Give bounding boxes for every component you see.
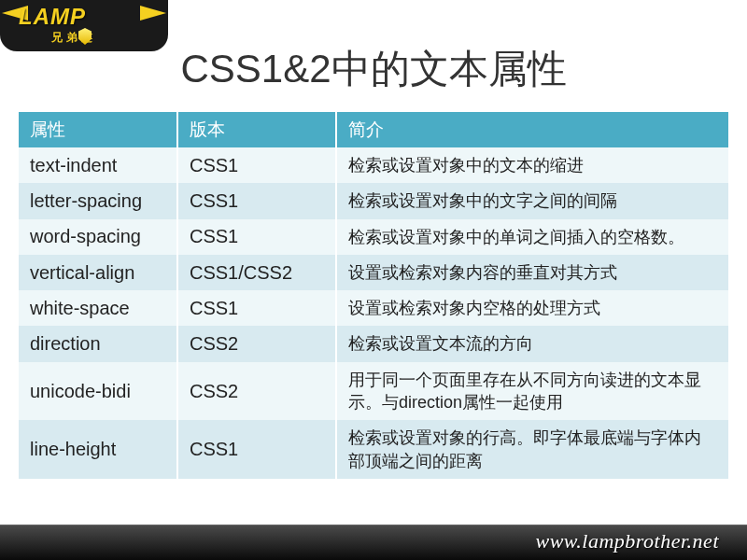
cell-version: CSS1 bbox=[177, 290, 336, 326]
cell-description: 用于同一个页面里存在从不同方向读进的文本显示。与direction属性一起使用 bbox=[336, 362, 728, 421]
col-header-desc: 简介 bbox=[336, 112, 728, 147]
table-row: text-indentCSS1检索或设置对象中的文本的缩进 bbox=[19, 147, 728, 183]
cell-description: 检索或设置对象中的文本的缩进 bbox=[336, 147, 728, 183]
table-header-row: 属性 版本 简介 bbox=[19, 112, 728, 147]
cell-version: CSS1 bbox=[177, 219, 336, 255]
cell-description: 设置或检索对象内容的垂直对其方式 bbox=[336, 255, 728, 290]
table-row: letter-spacingCSS1检索或设置对象中的文字之间的间隔 bbox=[19, 183, 728, 218]
properties-table: 属性 版本 简介 text-indentCSS1检索或设置对象中的文本的缩进le… bbox=[19, 112, 728, 479]
cell-property: letter-spacing bbox=[19, 183, 177, 218]
col-header-property: 属性 bbox=[19, 112, 177, 147]
logo-banner: LAMP 兄弟连 bbox=[0, 0, 187, 56]
table-row: directionCSS2检索或设置文本流的方向 bbox=[19, 326, 728, 361]
col-header-version: 版本 bbox=[177, 112, 336, 147]
cell-property: direction bbox=[19, 326, 177, 361]
cell-description: 检索或设置对象中的文字之间的间隔 bbox=[336, 183, 728, 218]
cell-property: line-height bbox=[19, 420, 177, 479]
table-row: unicode-bidiCSS2用于同一个页面里存在从不同方向读进的文本显示。与… bbox=[19, 362, 728, 421]
cell-version: CSS1 bbox=[177, 420, 336, 479]
cell-property: text-indent bbox=[19, 147, 177, 183]
cell-property: vertical-align bbox=[19, 255, 177, 290]
cell-property: word-spacing bbox=[19, 219, 177, 255]
logo-main: LAMP bbox=[19, 4, 86, 30]
cell-version: CSS1 bbox=[177, 147, 336, 183]
cell-description: 检索或设置对象中的单词之间插入的空格数。 bbox=[336, 219, 728, 255]
cell-version: CSS2 bbox=[177, 326, 336, 361]
cell-version: CSS1/CSS2 bbox=[177, 255, 336, 290]
table-row: line-heightCSS1检索或设置对象的行高。即字体最底端与字体内部顶端之… bbox=[19, 420, 728, 479]
table-row: white-spaceCSS1设置或检索对象内空格的处理方式 bbox=[19, 290, 728, 326]
cell-property: unicode-bidi bbox=[19, 362, 177, 421]
table-row: word-spacingCSS1检索或设置对象中的单词之间插入的空格数。 bbox=[19, 219, 728, 255]
properties-table-wrap: 属性 版本 简介 text-indentCSS1检索或设置对象中的文本的缩进le… bbox=[19, 112, 728, 479]
footer-url: www.lampbrother.net bbox=[535, 529, 719, 553]
footer-bar: www.lampbrother.net bbox=[0, 525, 747, 560]
table-row: vertical-alignCSS1/CSS2设置或检索对象内容的垂直对其方式 bbox=[19, 255, 728, 290]
cell-description: 设置或检索对象内空格的处理方式 bbox=[336, 290, 728, 326]
cell-property: white-space bbox=[19, 290, 177, 326]
cell-version: CSS2 bbox=[177, 362, 336, 421]
cell-description: 检索或设置对象的行高。即字体最底端与字体内部顶端之间的距离 bbox=[336, 420, 728, 479]
cell-version: CSS1 bbox=[177, 183, 336, 218]
cell-description: 检索或设置文本流的方向 bbox=[336, 326, 728, 361]
